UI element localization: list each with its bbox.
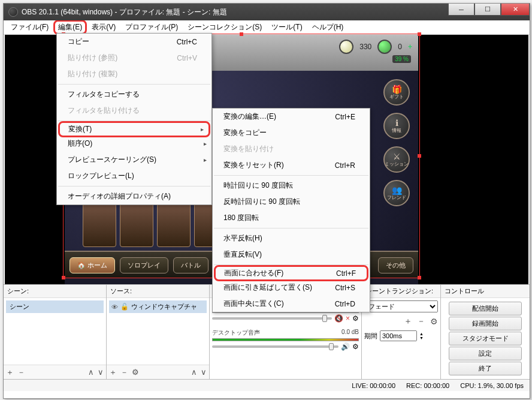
maximize-button[interactable]: ☐ (474, 4, 501, 16)
mic-mute-icon[interactable]: 🔇 (334, 314, 343, 323)
panel-title-controls: コントロール (441, 285, 530, 298)
mic-x-icon: × (346, 314, 350, 323)
source-item[interactable]: 👁 🔓 ウィンドウキャプチャ (109, 300, 207, 313)
desktop-settings-icon[interactable]: ⚙ (352, 342, 359, 351)
scene-down-button[interactable]: ∨ (98, 368, 104, 377)
scene-up-button[interactable]: ∧ (88, 368, 94, 377)
transform-rot-180[interactable]: 180 度回転 (213, 210, 370, 226)
scene-add-button[interactable]: ＋ (6, 367, 14, 378)
transitions-body: フェード ＋ － ⚙ 期間 ▲▼ (362, 298, 440, 379)
source-up-button[interactable]: ∧ (191, 368, 197, 377)
mic-volume-slider[interactable] (212, 317, 332, 320)
menu-scene-collection[interactable]: シーンコレクション(S) (183, 20, 267, 34)
edit-copy-filters[interactable]: フィルタをコピーする (57, 86, 211, 103)
edit-lock-preview[interactable]: ロックプレビュー(L) (57, 168, 211, 184)
panel-sources: ソース: 👁 🔓 ウィンドウキャプチャ ＋ － ⚙ ∧ ∨ (107, 285, 210, 379)
edit-order[interactable]: 順序(O) (57, 136, 211, 152)
duration-spinner[interactable]: ▲▼ (419, 332, 424, 340)
edit-adv-audio[interactable]: オーディオの詳細プロパティ(A) (57, 188, 211, 204)
transform-fit-screen[interactable]: 画面に合わせる(F)Ctrl+F (214, 265, 368, 281)
status-live: LIVE: 00:00:00 (352, 382, 395, 389)
menu-file[interactable]: ファイル(F) (6, 20, 53, 34)
panel-title-transitions: シーントランジション: (362, 285, 440, 298)
settings-button[interactable]: 設定 (449, 347, 522, 360)
mixer-channel-desktop: デスクトップ音声0.0 dB 🔊 ⚙ (212, 329, 359, 351)
scenes-tools: ＋ － ∧ ∨ (4, 365, 106, 379)
start-record-button[interactable]: 録画開始 (449, 317, 522, 330)
transform-reset[interactable]: 変換をリセット(R)Ctrl+R (213, 157, 370, 173)
transform-edit[interactable]: 変換の編集…(E)Ctrl+E (213, 109, 370, 125)
scene-remove-button[interactable]: － (17, 367, 25, 378)
transform-rot-cw[interactable]: 時計回りに 90 度回転 (213, 178, 370, 194)
lock-icon[interactable]: 🔓 (120, 303, 129, 311)
titlebar[interactable]: OBS 20.1.1 (64bit, windows) - プロファイル: 無題… (4, 4, 530, 20)
edit-copy[interactable]: コピーCtrl+C (57, 34, 211, 50)
statusbar: LIVE: 00:00:00 REC: 00:00:00 CPU: 1.9%, … (4, 379, 530, 391)
panel-transitions: シーントランジション: フェード ＋ － ⚙ 期間 ▲▼ (362, 285, 441, 379)
source-down-button[interactable]: ∨ (201, 368, 207, 377)
edit-paste-dup: 貼り付け (複製) (57, 66, 211, 82)
transition-remove-button[interactable]: － (417, 316, 425, 327)
desktop-speaker-icon[interactable]: 🔊 (341, 342, 350, 351)
transition-select[interactable]: フェード (364, 300, 438, 312)
desktop-volume-slider[interactable] (212, 345, 338, 348)
desktop-label: デスクトップ音声 (212, 329, 260, 337)
duration-label: 期間 (364, 332, 377, 341)
mic-settings-icon[interactable]: ⚙ (352, 314, 359, 323)
edit-transform[interactable]: 変換(T) (58, 121, 210, 137)
studio-mode-button[interactable]: スタジオモード (449, 332, 522, 345)
source-name: ウィンドウキャプチャ (131, 302, 197, 311)
menu-help[interactable]: ヘルプ(H) (307, 20, 349, 34)
window-title: OBS 20.1.1 (64bit, windows) - プロファイル: 無題… (22, 7, 227, 17)
exit-button[interactable]: 終了 (449, 362, 522, 375)
edit-paste-ref: 貼り付け (参照)Ctrl+V (57, 50, 211, 66)
transition-add-button[interactable]: ＋ (404, 316, 412, 327)
app-icon (8, 7, 18, 17)
menu-view[interactable]: 表示(V) (87, 20, 120, 34)
close-button[interactable]: ✕ (501, 4, 530, 16)
desktop-meter (212, 338, 359, 341)
transform-stretch-screen[interactable]: 画面に引き延ばして置く(S)Ctrl+S (213, 279, 370, 296)
menu-profile[interactable]: プロファイル(P) (120, 20, 183, 34)
menu-tools[interactable]: ツール(T) (267, 20, 307, 34)
edit-preview-scaling[interactable]: プレビュースケーリング(S) (57, 152, 211, 168)
scenes-list[interactable]: シーン (4, 298, 106, 365)
transform-rot-ccw[interactable]: 反時計回りに 90 度回転 (213, 194, 370, 210)
transition-settings-button[interactable]: ⚙ (430, 317, 438, 326)
edit-paste-filters: フィルタを貼り付ける (57, 103, 211, 119)
edit-menu-dropdown: コピーCtrl+C 貼り付け (参照)Ctrl+V 貼り付け (複製) フィルタ… (56, 33, 212, 205)
panel-controls: コントロール 配信開始 録画開始 スタジオモード 設定 終了 (441, 285, 530, 379)
transform-paste: 変換を貼り付け (213, 141, 370, 157)
desktop-db: 0.0 dB (341, 329, 359, 337)
source-add-button[interactable]: ＋ (109, 367, 117, 378)
transform-flip-h[interactable]: 水平反転(H) (213, 230, 370, 246)
transform-copy[interactable]: 変換をコピー (213, 125, 370, 141)
transform-flip-v[interactable]: 垂直反転(V) (213, 246, 370, 263)
sources-tools: ＋ － ⚙ ∧ ∨ (107, 365, 209, 379)
panel-title-scenes: シーン: (4, 285, 106, 298)
status-rec: REC: 00:00:00 (406, 382, 449, 389)
source-remove-button[interactable]: － (120, 367, 128, 378)
source-settings-button[interactable]: ⚙ (132, 368, 139, 377)
minimize-button[interactable]: ─ (448, 4, 474, 16)
panel-title-sources: ソース: (107, 285, 209, 298)
status-cpu: CPU: 1.9%, 30.00 fps (460, 382, 524, 389)
controls-body: 配信開始 録画開始 スタジオモード 設定 終了 (441, 298, 530, 379)
eye-icon[interactable]: 👁 (111, 303, 118, 311)
panel-scenes: シーン: シーン ＋ － ∧ ∨ (4, 285, 107, 379)
scene-item[interactable]: シーン (6, 300, 104, 313)
sources-list[interactable]: 👁 🔓 ウィンドウキャプチャ (107, 298, 209, 365)
transform-submenu: 変換の編集…(E)Ctrl+E 変換をコピー 変換を貼り付け 変換をリセット(R… (212, 108, 370, 312)
start-stream-button[interactable]: 配信開始 (449, 302, 522, 315)
duration-input[interactable] (380, 330, 417, 341)
transform-center-screen[interactable]: 画面中央に置く(C)Ctrl+D (213, 296, 370, 312)
